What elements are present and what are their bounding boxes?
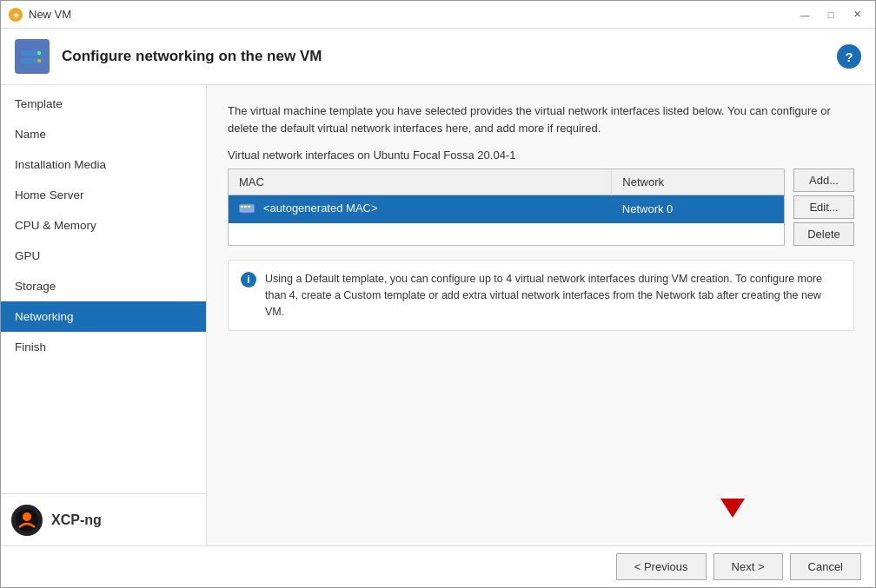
cell-network: Network 0 bbox=[612, 195, 784, 223]
vm-label: Virtual network interfaces on Ubuntu Foc… bbox=[228, 149, 854, 162]
header: Configure networking on the new VM ? bbox=[1, 29, 875, 85]
sidebar-logo bbox=[11, 505, 43, 536]
table-header-row: MAC Network bbox=[229, 169, 784, 195]
header-title: Configure networking on the new VM bbox=[62, 48, 322, 65]
sidebar-item-storage[interactable]: Storage bbox=[1, 271, 206, 301]
table-row[interactable]: <autogenerated MAC> Network 0 bbox=[229, 195, 784, 223]
network-icon: <autogenerated MAC> bbox=[239, 202, 378, 215]
sidebar-item-networking[interactable]: Networking bbox=[1, 301, 206, 332]
window-title: New VM bbox=[29, 8, 793, 21]
header-icon bbox=[15, 39, 50, 74]
edit-button[interactable]: Edit... bbox=[793, 195, 854, 219]
arrow-indicator bbox=[719, 499, 747, 526]
sidebar-item-home-server[interactable]: Home Server bbox=[1, 180, 206, 210]
svg-text:★: ★ bbox=[12, 10, 20, 20]
previous-button[interactable]: < Previous bbox=[616, 553, 707, 580]
svg-point-4 bbox=[37, 51, 41, 55]
new-vm-window: ★ New VM — □ ✕ Configure networking on t… bbox=[0, 0, 876, 588]
sidebar: Template Name Installation Media Home Se… bbox=[1, 85, 207, 545]
main-content: Template Name Installation Media Home Se… bbox=[1, 85, 875, 545]
delete-button[interactable]: Delete bbox=[793, 222, 854, 246]
svg-rect-8 bbox=[244, 206, 247, 208]
window-body: Template Name Installation Media Home Se… bbox=[1, 85, 875, 587]
description-text: The virtual machine template you have se… bbox=[228, 102, 854, 136]
minimize-button[interactable]: — bbox=[793, 7, 816, 23]
title-bar: ★ New VM — □ ✕ bbox=[1, 1, 875, 29]
network-section: MAC Network bbox=[228, 168, 854, 246]
info-icon: i bbox=[241, 272, 256, 287]
next-button[interactable]: Next > bbox=[713, 553, 783, 580]
sidebar-item-cpu-memory[interactable]: CPU & Memory bbox=[1, 210, 206, 241]
network-table: MAC Network bbox=[229, 169, 784, 223]
network-table-wrapper: MAC Network bbox=[228, 168, 785, 246]
app-icon: ★ bbox=[8, 7, 23, 23]
content-area: The virtual machine template you have se… bbox=[207, 85, 875, 545]
svg-point-11 bbox=[23, 512, 31, 521]
sidebar-item-name[interactable]: Name bbox=[1, 119, 206, 149]
col-mac: MAC bbox=[229, 169, 612, 195]
add-button[interactable]: Add... bbox=[793, 168, 854, 192]
info-box: i Using a Default template, you can conf… bbox=[228, 260, 854, 331]
cell-mac: <autogenerated MAC> bbox=[229, 195, 612, 223]
svg-rect-6 bbox=[239, 204, 255, 213]
header-left: Configure networking on the new VM bbox=[15, 39, 322, 74]
sidebar-item-gpu[interactable]: GPU bbox=[1, 241, 206, 271]
close-button[interactable]: ✕ bbox=[846, 7, 868, 23]
cancel-button[interactable]: Cancel bbox=[790, 553, 861, 580]
svg-point-5 bbox=[37, 59, 41, 63]
svg-rect-7 bbox=[241, 206, 243, 208]
window-controls: — □ ✕ bbox=[793, 7, 868, 23]
col-network: Network bbox=[612, 169, 784, 195]
table-action-buttons: Add... Edit... Delete bbox=[793, 168, 854, 246]
sidebar-footer-text: XCP-ng bbox=[51, 512, 102, 528]
sidebar-footer: XCP-ng bbox=[1, 493, 207, 545]
bottom-bar: < Previous Next > Cancel bbox=[1, 545, 875, 587]
info-text: Using a Default template, you can config… bbox=[265, 271, 841, 320]
arrow-down-icon bbox=[720, 499, 745, 518]
svg-rect-9 bbox=[248, 206, 250, 208]
sidebar-item-installation-media[interactable]: Installation Media bbox=[1, 149, 206, 180]
help-button[interactable]: ? bbox=[837, 44, 861, 69]
maximize-button[interactable]: □ bbox=[820, 7, 842, 23]
sidebar-item-finish[interactable]: Finish bbox=[1, 332, 206, 362]
sidebar-item-template[interactable]: Template bbox=[1, 89, 206, 119]
